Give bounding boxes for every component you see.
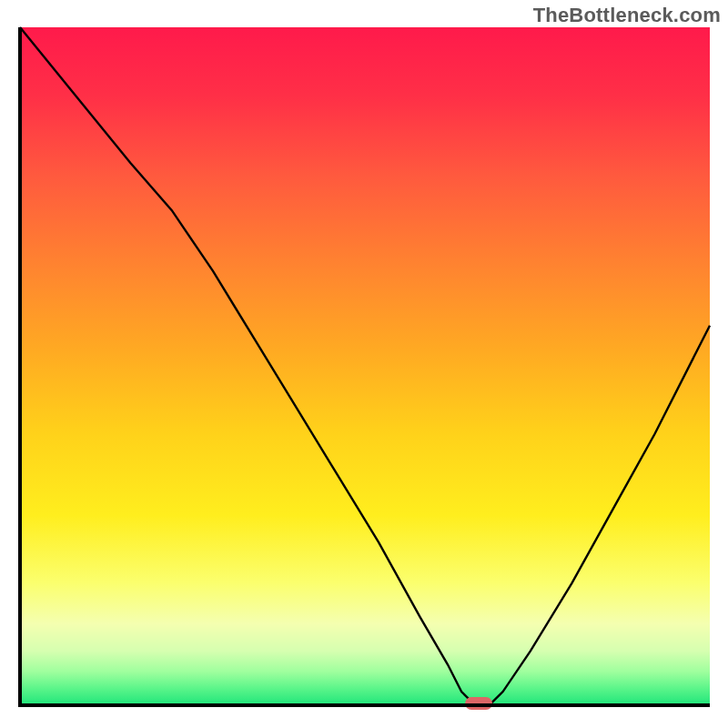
chart-container: TheBottleneck.com bbox=[0, 0, 728, 728]
bottleneck-chart bbox=[0, 0, 728, 728]
plot-background bbox=[20, 27, 710, 705]
